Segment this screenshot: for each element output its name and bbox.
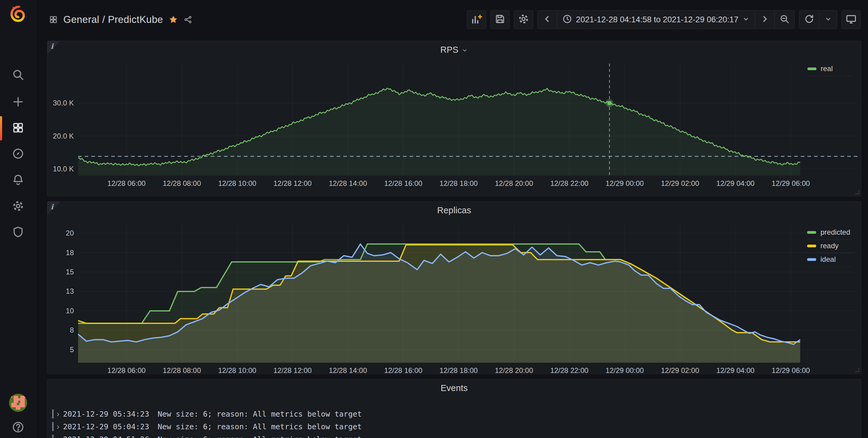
y-axis-label: 10 [50, 306, 74, 315]
y-axis-label: 18 [50, 248, 74, 257]
tv-monitor-icon [845, 13, 857, 26]
x-axis-label: 12/28 08:00 [153, 179, 210, 188]
expand-chevron-icon[interactable]: › [57, 435, 59, 438]
x-axis-label: 12/28 16:00 [375, 366, 432, 375]
search-icon [12, 68, 24, 82]
x-axis-label: 12/29 04:00 [707, 179, 764, 188]
event-message: New size: 6; reason: All metrics below t… [158, 410, 362, 418]
event-level-bar [52, 435, 54, 438]
zoom-out-icon [779, 14, 789, 25]
x-axis-label: 12/28 12:00 [264, 366, 321, 375]
refresh-button[interactable] [799, 10, 819, 29]
star-icon[interactable] [168, 15, 178, 24]
legend-item-ready[interactable]: ready [807, 240, 852, 254]
x-axis-label: 12/28 22:00 [541, 366, 598, 375]
x-axis-label: 12/28 12:00 [264, 179, 321, 188]
sidebar-item-explore[interactable] [0, 147, 36, 162]
dashboard-toolbar: 2021-12-28 04:14:58 to 2021-12-29 06:20:… [467, 10, 861, 29]
save-dashboard-button[interactable] [490, 10, 510, 29]
sidebar-item-help[interactable] [0, 420, 36, 435]
x-axis-label: 12/28 16:00 [375, 179, 432, 188]
legend-swatch [807, 258, 816, 261]
time-range-forward-button[interactable] [755, 10, 775, 29]
y-axis-label: 13 [50, 287, 74, 296]
replicas-chart-plot[interactable] [78, 223, 858, 363]
expand-chevron-icon[interactable]: › [57, 423, 59, 431]
event-row[interactable]: ›2021-12-29 04:51:26New size: 6; reason:… [52, 433, 856, 438]
legend-swatch [807, 67, 816, 70]
events-log-list: ›2021-12-29 05:34:23New size: 6; reason:… [52, 408, 856, 438]
time-picker-group: 2021-12-28 04:14:58 to 2021-12-29 06:20:… [537, 10, 795, 29]
event-level-bar [52, 422, 54, 431]
sidebar-item-create[interactable] [0, 95, 36, 110]
refresh-group [799, 10, 837, 29]
compass-icon [12, 147, 24, 161]
x-axis-label: 12/28 20:00 [485, 179, 542, 188]
panel-title-text: Events [441, 383, 468, 393]
dashboards-grid-icon [12, 122, 24, 135]
legend-swatch [807, 231, 816, 234]
chevron-down-icon [461, 47, 468, 54]
zoom-out-button[interactable] [775, 10, 795, 29]
events-panel-title[interactable]: Events [47, 379, 861, 397]
rps-panel: i RPS 10.0 K20.0 K30.0 K 12/28 06:0012/2… [47, 41, 861, 196]
panel-resize-handle[interactable] [855, 368, 859, 372]
share-icon[interactable] [184, 15, 193, 24]
y-axis-label: 5 [50, 345, 74, 354]
refresh-icon [804, 14, 814, 25]
add-panel-button[interactable] [467, 10, 486, 29]
time-range-picker-button[interactable]: 2021-12-28 04:14:58 to 2021-12-29 06:20:… [557, 10, 755, 29]
add-panel-icon [470, 13, 483, 26]
sidebar-item-search[interactable] [0, 68, 36, 82]
sidebar-item-alerting[interactable] [0, 173, 36, 188]
user-avatar[interactable] [9, 394, 27, 412]
shield-icon [12, 226, 24, 239]
x-axis-label: 12/28 20:00 [485, 366, 542, 375]
rps-legend: real [807, 63, 852, 76]
event-level-bar [52, 409, 54, 418]
grafana-logo[interactable] [9, 5, 27, 23]
x-axis-label: 12/28 06:00 [98, 179, 155, 188]
dashboard-title[interactable]: General / PredictKube [63, 14, 163, 25]
refresh-interval-dropdown[interactable] [819, 10, 837, 29]
replicas-panel-title[interactable]: Replicas [47, 202, 861, 219]
settings-gear-icon [518, 13, 529, 26]
x-axis-label: 12/28 18:00 [430, 366, 487, 375]
event-row[interactable]: ›2021-12-29 05:04:23New size: 6; reason:… [52, 420, 856, 433]
y-axis-label: 15 [50, 268, 74, 276]
x-axis-label: 12/28 06:00 [98, 366, 155, 375]
sidebar-item-server-admin[interactable] [0, 225, 36, 240]
legend-item-ideal[interactable]: ideal [807, 254, 852, 267]
x-axis-label: 12/28 10:00 [209, 179, 266, 188]
x-axis-label: 12/29 02:00 [651, 366, 709, 375]
cycle-view-mode-button[interactable] [841, 10, 861, 29]
event-row[interactable]: ›2021-12-29 05:34:23New size: 6; reason:… [52, 408, 856, 420]
time-range-text: 2021-12-28 04:14:58 to 2021-12-29 06:20:… [576, 15, 738, 24]
sidebar-item-configuration[interactable] [0, 199, 36, 214]
y-axis-label: 30.0 K [50, 99, 74, 107]
y-axis-label: 8 [50, 326, 74, 335]
panel-title-text: Replicas [437, 205, 471, 215]
x-axis-label: 12/28 18:00 [430, 179, 487, 188]
x-axis-label: 12/28 10:00 [209, 366, 266, 375]
rps-panel-title[interactable]: RPS [47, 41, 861, 59]
y-axis-label: 10.0 K [50, 165, 74, 173]
dashboard-settings-button[interactable] [514, 10, 533, 29]
rps-chart-plot[interactable] [78, 64, 858, 176]
legend-label: real [821, 64, 833, 73]
panel-title-text: RPS [440, 45, 458, 55]
event-timestamp: 2021-12-29 05:04:23 [63, 422, 149, 431]
apps-grid-icon [49, 15, 58, 24]
legend-item-real[interactable]: real [807, 63, 852, 76]
panel-resize-handle[interactable] [855, 190, 859, 194]
x-axis-label: 12/29 06:00 [762, 179, 819, 188]
x-axis-label: 12/28 08:00 [153, 366, 210, 375]
expand-chevron-icon[interactable]: › [57, 410, 59, 418]
x-axis-label: 12/28 22:00 [541, 179, 598, 188]
time-range-back-button[interactable] [538, 10, 557, 29]
x-axis-label: 12/28 14:00 [319, 366, 376, 375]
sidebar [0, 0, 36, 438]
sidebar-item-dashboards[interactable] [0, 121, 36, 136]
legend-item-predicted[interactable]: predicted [807, 226, 852, 240]
x-axis-label: 12/29 00:00 [596, 366, 653, 375]
